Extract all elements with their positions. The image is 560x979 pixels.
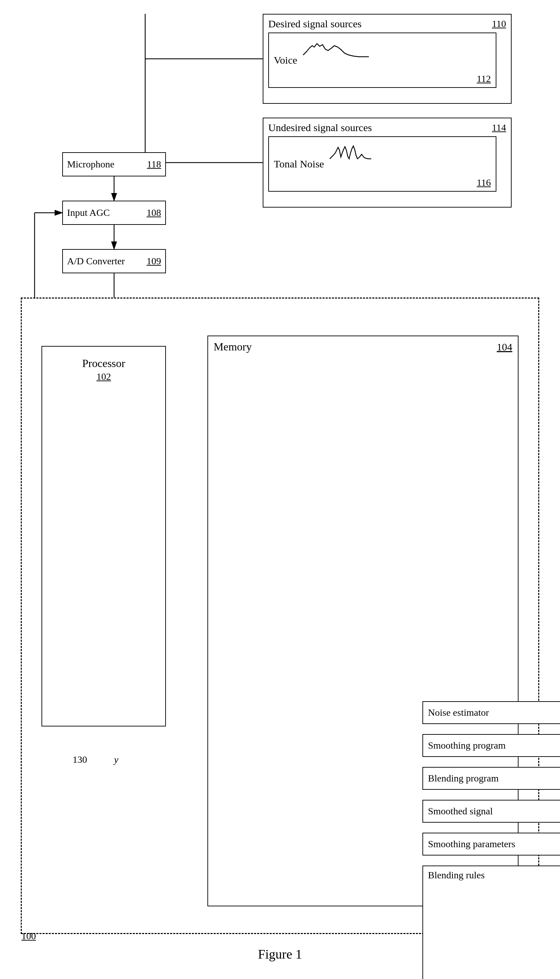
diagram: Desired signal sources 110 Voice 112 Und… xyxy=(0,0,560,979)
noise-estimator-box: Noise estimator 120 xyxy=(422,701,560,724)
blending-rules-label: Blending rules xyxy=(428,870,485,881)
desired-sources-inner-box: Voice 112 xyxy=(268,33,497,88)
voice-label: Voice xyxy=(274,54,297,66)
tonal-noise-waveform xyxy=(326,140,423,167)
undesired-sources-outer-box: Undesired signal sources 114 Tonal Noise… xyxy=(263,118,512,207)
blending-program-label: Blending program xyxy=(428,773,499,784)
smoothing-program-box: Smoothing program 122 xyxy=(422,734,560,757)
desired-sources-label: Desired signal sources xyxy=(268,18,362,30)
memory-ref: 104 xyxy=(497,341,512,353)
figure-caption: Figure 1 xyxy=(258,946,302,962)
y-label: y xyxy=(114,754,118,765)
undesired-sources-label: Undesired signal sources xyxy=(268,122,372,134)
agc-ref: 108 xyxy=(147,207,161,218)
tonal-noise-label: Tonal Noise xyxy=(274,158,324,169)
agc-label: Input AGC xyxy=(67,207,110,218)
smoothing-program-label: Smoothing program xyxy=(428,740,506,751)
microphone-box: Microphone 118 xyxy=(62,152,166,176)
memory-label: Memory xyxy=(213,341,252,353)
undesired-sources-ref: 114 xyxy=(492,122,506,133)
ref-130-label: 130 xyxy=(73,754,87,765)
blending-rules-group: Blending rules 132 SNR > U.T. 142 SNR < … xyxy=(422,865,560,979)
noise-estimator-label: Noise estimator xyxy=(428,707,489,718)
undesired-sources-inner-box: Tonal Noise 116 xyxy=(268,136,497,192)
smoothed-signal-box: Smoothed signal 126 xyxy=(422,800,560,823)
smoothing-params-label: Smoothing parameters xyxy=(428,839,515,850)
microphone-label: Microphone xyxy=(67,159,114,170)
processor-ref: 102 xyxy=(97,371,111,382)
ad-ref: 109 xyxy=(147,256,161,267)
blending-program-box: Blending program 124 xyxy=(422,767,560,790)
processor-label: Processor xyxy=(82,357,125,369)
agc-box: Input AGC 108 xyxy=(62,200,166,225)
ref-100-label: 100 xyxy=(22,931,36,942)
voice-waveform xyxy=(300,36,410,63)
memory-outer-box: Memory 104 Noise estimator 120 Smoothing… xyxy=(207,336,518,906)
desired-sources-ref: 110 xyxy=(492,18,506,29)
smoothing-parameters-box: Smoothing parameters 128 xyxy=(422,833,560,855)
ad-converter-box: A/D Converter 109 xyxy=(62,249,166,273)
tonal-noise-ref: 116 xyxy=(477,177,491,188)
voice-ref: 112 xyxy=(477,74,491,84)
processor-box: Processor 102 xyxy=(42,346,166,727)
ad-label: A/D Converter xyxy=(67,256,125,267)
microphone-ref: 118 xyxy=(147,159,161,170)
smoothed-signal-label: Smoothed signal xyxy=(428,806,493,817)
desired-sources-outer-box: Desired signal sources 110 Voice 112 xyxy=(263,14,512,104)
